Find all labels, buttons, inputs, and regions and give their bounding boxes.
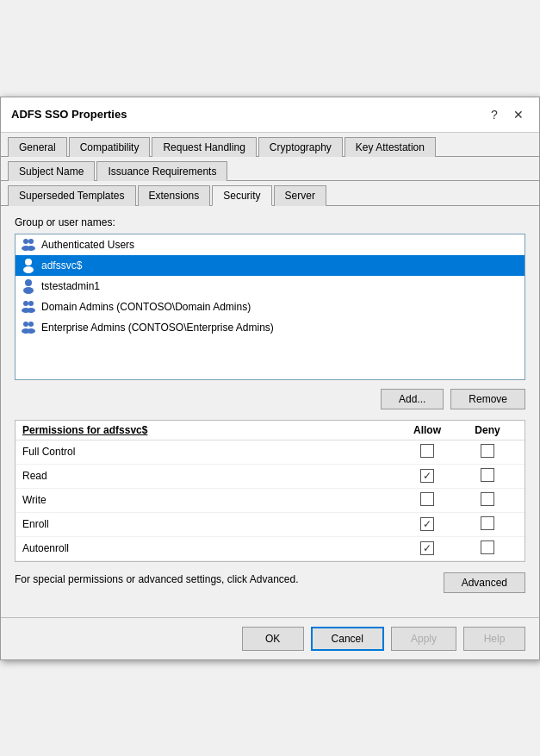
tab-security[interactable]: Security bbox=[212, 185, 271, 206]
list-item[interactable]: tstestadmin1 bbox=[16, 276, 524, 297]
svg-point-15 bbox=[27, 328, 35, 334]
perm-name: Write bbox=[22, 494, 397, 506]
perm-allow-read[interactable] bbox=[397, 469, 457, 483]
group-icon bbox=[21, 320, 36, 335]
perm-deny-write[interactable] bbox=[457, 492, 518, 509]
checkbox-deny-write[interactable] bbox=[481, 492, 494, 506]
permissions-header-row: Permissions for adfssvc$ Allow Deny bbox=[16, 421, 524, 440]
user-name: adfssvc$ bbox=[41, 259, 82, 272]
tab-issuance-requirements[interactable]: Issuance Requirements bbox=[96, 161, 227, 181]
tab-compatibility[interactable]: Compatibility bbox=[69, 137, 151, 157]
apply-button[interactable]: Apply bbox=[391, 627, 456, 651]
perm-allow-full-control[interactable] bbox=[397, 444, 457, 460]
user-buttons-row: Add... Remove bbox=[15, 389, 525, 409]
permissions-table: Permissions for adfssvc$ Allow Deny Full… bbox=[15, 420, 525, 562]
perm-allow-enroll[interactable] bbox=[397, 517, 457, 531]
checkbox-allow-write[interactable] bbox=[420, 492, 434, 506]
checkbox-allow-enroll[interactable] bbox=[420, 517, 434, 531]
perm-deny-read[interactable] bbox=[457, 468, 518, 484]
tab-key-attestation[interactable]: Key Attestation bbox=[344, 137, 436, 157]
perm-deny-enroll[interactable] bbox=[457, 516, 518, 533]
svg-point-4 bbox=[25, 259, 32, 266]
perm-row-enroll: Enroll bbox=[16, 513, 524, 537]
user-name: Authenticated Users bbox=[41, 239, 134, 251]
perm-allow-write[interactable] bbox=[397, 492, 457, 509]
user-name: Enterprise Admins (CONTOSO\Enterprise Ad… bbox=[41, 322, 274, 334]
perm-deny-autoenroll[interactable] bbox=[457, 540, 518, 557]
title-bar-left: ADFS SSO Properties bbox=[11, 108, 127, 121]
allow-column-header: Allow bbox=[397, 424, 457, 436]
tab-cryptography[interactable]: Cryptography bbox=[258, 137, 343, 157]
tab-subject-name[interactable]: Subject Name bbox=[8, 161, 95, 181]
group-label: Group or user names: bbox=[15, 216, 525, 228]
perm-row-autoenroll: Autoenroll bbox=[16, 537, 524, 561]
cancel-button[interactable]: Cancel bbox=[311, 627, 384, 651]
svg-point-13 bbox=[28, 322, 34, 327]
perm-name: Full Control bbox=[22, 446, 397, 458]
list-item[interactable]: Domain Admins (CONTOSO\Domain Admins) bbox=[16, 297, 524, 317]
dialog-footer: OK Cancel Apply Help bbox=[1, 617, 539, 659]
svg-point-0 bbox=[23, 239, 28, 244]
checkbox-deny-read[interactable] bbox=[481, 468, 494, 482]
permissions-for-label: Permissions for adfssvc$ bbox=[22, 424, 397, 436]
perm-deny-full-control[interactable] bbox=[457, 444, 518, 460]
tab-general[interactable]: General bbox=[8, 137, 67, 157]
add-button[interactable]: Add... bbox=[381, 389, 444, 409]
tabs-row-1: General Compatibility Request Handling C… bbox=[1, 133, 539, 157]
svg-point-9 bbox=[28, 301, 34, 306]
dialog-window: ADFS SSO Properties ? ✕ General Compatib… bbox=[0, 97, 540, 660]
ok-button[interactable]: OK bbox=[242, 627, 304, 651]
perm-row-full-control: Full Control bbox=[16, 440, 524, 465]
svg-point-12 bbox=[23, 322, 28, 327]
list-item[interactable]: Authenticated Users bbox=[16, 234, 524, 255]
checkbox-deny-autoenroll[interactable] bbox=[481, 540, 494, 554]
dialog-content: Group or user names: Authenticated Users… bbox=[1, 206, 539, 617]
perm-row-write: Write bbox=[16, 489, 524, 513]
perm-name: Read bbox=[22, 470, 397, 482]
checkbox-deny-enroll[interactable] bbox=[481, 516, 494, 530]
tab-extensions[interactable]: Extensions bbox=[138, 185, 211, 206]
tabs-row-2: Subject Name Issuance Requirements bbox=[1, 157, 539, 181]
tab-superseded-templates[interactable]: Superseded Templates bbox=[8, 185, 136, 206]
advanced-description: For special permissions or advanced sett… bbox=[15, 572, 435, 587]
list-item[interactable]: adfssvc$ bbox=[16, 255, 524, 276]
tab-server[interactable]: Server bbox=[274, 185, 326, 206]
user-icon bbox=[21, 258, 36, 273]
remove-button[interactable]: Remove bbox=[450, 389, 525, 409]
group-icon bbox=[21, 237, 36, 253]
svg-point-7 bbox=[23, 287, 34, 294]
help-footer-button[interactable]: Help bbox=[463, 627, 525, 651]
user-name: tstestadmin1 bbox=[41, 280, 100, 292]
svg-point-6 bbox=[25, 279, 32, 286]
deny-column-header: Deny bbox=[457, 424, 518, 436]
title-bar: ADFS SSO Properties ? ✕ bbox=[1, 97, 539, 133]
perm-name: Enroll bbox=[22, 518, 397, 530]
list-item[interactable]: Enterprise Admins (CONTOSO\Enterprise Ad… bbox=[16, 317, 524, 338]
perm-name: Autoenroll bbox=[22, 542, 397, 554]
dialog-title: ADFS SSO Properties bbox=[11, 108, 127, 121]
checkbox-allow-autoenroll[interactable] bbox=[420, 541, 434, 555]
checkbox-allow-full-control[interactable] bbox=[420, 444, 434, 458]
checkbox-allow-read[interactable] bbox=[420, 469, 434, 483]
title-bar-controls: ? ✕ bbox=[484, 104, 529, 125]
perm-row-read: Read bbox=[16, 465, 524, 489]
svg-point-8 bbox=[23, 301, 28, 306]
advanced-button[interactable]: Advanced bbox=[444, 572, 525, 593]
help-button[interactable]: ? bbox=[484, 104, 505, 125]
group-icon bbox=[21, 299, 36, 315]
svg-point-5 bbox=[23, 266, 34, 273]
advanced-section: For special permissions or advanced sett… bbox=[15, 572, 525, 593]
user-icon bbox=[21, 278, 36, 294]
svg-point-3 bbox=[27, 246, 35, 251]
tabs-row-3: Superseded Templates Extensions Security… bbox=[1, 181, 539, 206]
user-name: Domain Admins (CONTOSO\Domain Admins) bbox=[41, 301, 251, 313]
perm-allow-autoenroll[interactable] bbox=[397, 541, 457, 555]
close-button[interactable]: ✕ bbox=[508, 104, 529, 125]
checkbox-deny-full-control[interactable] bbox=[481, 444, 494, 458]
svg-point-1 bbox=[28, 239, 34, 244]
users-listbox[interactable]: Authenticated Users adfssvc$ tstestadmin… bbox=[15, 234, 525, 380]
svg-point-11 bbox=[27, 308, 35, 313]
tab-request-handling[interactable]: Request Handling bbox=[152, 137, 256, 157]
